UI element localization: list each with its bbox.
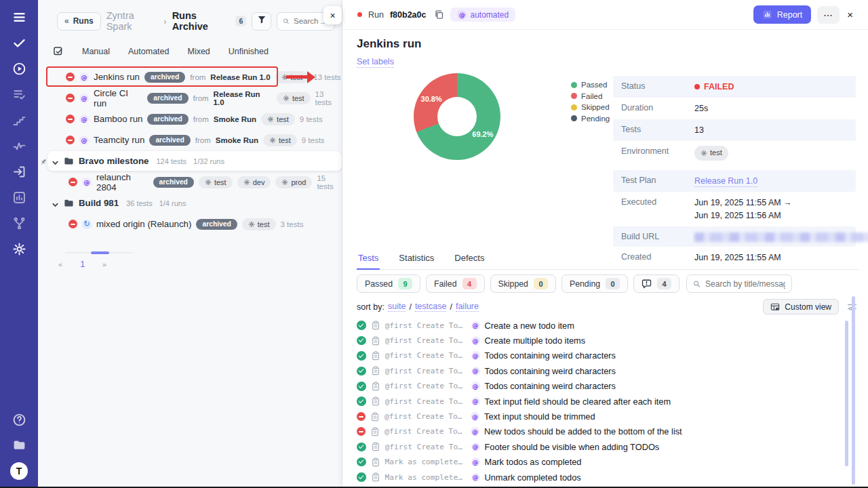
close-detail-button[interactable]: × xyxy=(846,9,854,20)
filter-button[interactable] xyxy=(252,12,271,30)
test-title[interactable]: Create multiple todo items xyxy=(485,336,586,346)
test-title[interactable]: Todos containing weird characters xyxy=(485,381,616,391)
branch-icon[interactable] xyxy=(12,216,26,230)
chevron-down-icon[interactable] xyxy=(52,199,59,207)
report-button[interactable]: Report xyxy=(753,5,812,24)
menu-icon[interactable] xyxy=(12,9,26,24)
sort-link-suite[interactable]: suite xyxy=(388,302,406,312)
filter-chip-passed[interactable]: Passed9 xyxy=(357,274,420,293)
folder-row[interactable]: Build 98136 tests1/4 runs xyxy=(47,193,342,213)
set-labels-link[interactable]: Set labels xyxy=(357,57,394,68)
pagination-prev-button[interactable]: « xyxy=(58,260,62,268)
test-row[interactable]: @first Create To…@Todos containing weird… xyxy=(357,348,844,363)
list-check-icon[interactable] xyxy=(12,87,26,102)
test-row[interactable]: Mark as complete…@Unmark completed todos xyxy=(357,470,844,485)
folder-row[interactable]: Bravo milestone124 tests1/32 runs xyxy=(47,151,342,171)
projects-folder-icon[interactable] xyxy=(12,437,26,452)
info-row-status: StatusFAILED xyxy=(613,76,856,98)
test-title[interactable]: Todos containing weird characters xyxy=(485,366,616,376)
activity-icon[interactable] xyxy=(12,138,26,153)
run-name[interactable]: Teamcity run xyxy=(94,135,144,145)
run-name[interactable]: Jenkins run xyxy=(94,72,140,82)
test-suite-name: @first Create To… xyxy=(385,367,467,375)
run-name[interactable]: mixed origin (Relaunch) xyxy=(96,219,191,229)
run-row[interactable]: @Jenkins runarchivedfromRelease Run 1.0t… xyxy=(38,66,342,87)
run-row[interactable]: @Circle CI runarchivedfromRelease Run 1.… xyxy=(38,87,342,108)
pagination-next-button[interactable]: » xyxy=(102,260,106,268)
gear-icon[interactable] xyxy=(12,241,26,256)
run-name[interactable]: Bamboo run xyxy=(94,114,142,124)
pagination-current-page[interactable]: 1 xyxy=(80,260,85,269)
test-title[interactable]: Text input field should be cleared after… xyxy=(485,396,671,407)
test-row[interactable]: @first Create To…@Text input field shoul… xyxy=(357,394,844,409)
run-name[interactable]: relaunch 2804 xyxy=(96,172,149,192)
folder-name[interactable]: Bravo milestone xyxy=(79,156,149,166)
test-title[interactable]: Unmark completed todos xyxy=(485,472,581,483)
detail-tab-defects[interactable]: Defects xyxy=(453,253,486,269)
info-label: Status xyxy=(621,81,694,91)
test-row[interactable]: @first Create To…@Todos containing weird… xyxy=(357,363,844,378)
run-row[interactable]: ↻mixed origin (Relaunch)archivedtest3 te… xyxy=(38,214,342,235)
test-suite-name: Mark as complete… xyxy=(385,473,467,482)
test-row[interactable]: @first Create To…@Footer should be visib… xyxy=(357,439,844,454)
panel-scrollbar[interactable] xyxy=(852,296,855,485)
test-row[interactable]: @first Create To…@Create a new todo item xyxy=(357,318,844,333)
bar-chart-icon[interactable] xyxy=(12,190,26,205)
copy-icon[interactable] xyxy=(434,9,444,20)
steps-icon[interactable] xyxy=(12,113,26,127)
test-title[interactable]: Todos containing weird characters xyxy=(485,350,616,361)
test-suite-name: @first Create To… xyxy=(385,443,467,451)
runs-filter-tab-manual[interactable]: Manual xyxy=(82,47,110,56)
test-row[interactable]: @first Create To…@New todos should be ad… xyxy=(357,424,844,439)
test-row[interactable]: @first Create To…@Todos containing weird… xyxy=(357,379,844,394)
automated-run-icon: @ xyxy=(79,115,89,124)
automated-run-icon: @ xyxy=(79,94,89,103)
tests-search-input[interactable] xyxy=(705,279,785,289)
detail-tab-tests[interactable]: Tests xyxy=(357,253,380,270)
run-name[interactable]: Circle CI run xyxy=(94,88,142,108)
test-plan-link[interactable]: Release Run 1.0 xyxy=(694,176,757,187)
folder-name[interactable]: Build 981 xyxy=(79,198,119,208)
run-row[interactable]: @Bamboo runarchivedfromSmoke Runtest9 te… xyxy=(38,108,342,129)
chevron-down-icon[interactable] xyxy=(52,157,59,165)
folder-stats: 124 tests1/32 runs xyxy=(156,157,224,165)
sort-link-failure[interactable]: failure xyxy=(456,302,479,312)
check-icon[interactable] xyxy=(12,35,26,50)
filter-chip-skipped[interactable]: Skipped0 xyxy=(490,274,556,293)
test-title[interactable]: Mark todos as completed xyxy=(485,457,582,467)
runs-filter-tab-automated[interactable]: Automated xyxy=(128,47,169,56)
detail-tab-statistics[interactable]: Statistics xyxy=(397,253,435,269)
import-icon[interactable] xyxy=(12,164,26,179)
run-row[interactable]: @relaunch 2804archivedtestdevprod15 test… xyxy=(38,171,342,192)
breadcrumb-project[interactable]: Zyntra Spark xyxy=(106,10,159,32)
test-title[interactable]: Create a new todo item xyxy=(485,321,574,331)
custom-view-button[interactable]: Custom view xyxy=(763,299,839,314)
user-avatar[interactable]: T xyxy=(10,462,28,480)
test-row[interactable]: @first Create To…@Create multiple todo i… xyxy=(357,333,844,348)
test-row[interactable]: Mark as complete…@Mark todos as complete… xyxy=(357,455,844,470)
pagination-scroll-track[interactable] xyxy=(65,252,133,253)
test-title[interactable]: Footer should be visible when adding TOD… xyxy=(485,442,660,452)
tests-search-box[interactable] xyxy=(686,274,792,293)
back-to-runs-button[interactable]: « Runs xyxy=(57,12,101,30)
pagination-scroll-thumb[interactable] xyxy=(91,251,109,254)
runs-filter-tab-unfinished[interactable]: Unfinished xyxy=(229,47,269,56)
gear-icon xyxy=(283,95,290,102)
test-title[interactable]: New todos should be added to the bottom … xyxy=(484,426,682,436)
run-row[interactable]: @Teamcity runarchivedfromSmoke Runtest9 … xyxy=(38,129,342,150)
close-panel-button[interactable]: × xyxy=(323,6,342,24)
play-circle-icon[interactable] xyxy=(12,61,26,76)
more-actions-button[interactable]: ⋯ xyxy=(817,6,840,24)
select-all-icon[interactable] xyxy=(53,46,64,57)
help-icon[interactable] xyxy=(12,412,26,427)
test-title[interactable]: Text input should be trimmed xyxy=(484,411,595,422)
filter-chip-failed[interactable]: Failed4 xyxy=(426,274,485,293)
runs-filter-tab-mixed[interactable]: Mixed xyxy=(187,47,210,56)
filter-chip-comments[interactable]: 4 xyxy=(633,274,679,293)
executed-start: Jun 19, 2025 11:55 AM → xyxy=(694,197,792,209)
test-row[interactable]: @first Create To…@Text input should be t… xyxy=(357,409,844,424)
sort-link-testcase[interactable]: testcase xyxy=(415,302,447,312)
tests-scrollbar[interactable] xyxy=(845,321,848,466)
test-suite-name: Mark as complete… xyxy=(385,458,467,466)
filter-chip-pending[interactable]: Pending0 xyxy=(561,274,628,293)
